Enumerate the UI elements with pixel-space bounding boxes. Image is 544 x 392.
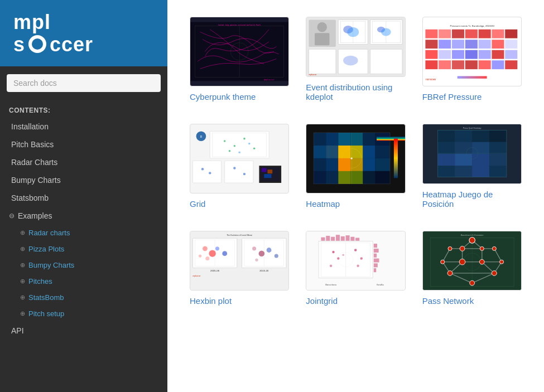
gallery-item-cyberpunk[interactable]: Salah Avg passes around Anfield Park @mp… [190,17,289,101]
sidebar-sub-statsbomb[interactable]: StatsBomb [0,289,167,306]
svg-rect-182 [374,258,379,262]
gallery-item-event-dist[interactable]: mplsoccer Event distribution using kdepl… [306,17,405,101]
svg-point-145 [222,251,227,256]
gallery-label-pass-network[interactable]: Pass Network [422,296,522,306]
svg-rect-48 [425,60,437,69]
svg-point-66 [229,150,231,152]
svg-rect-54 [505,60,517,69]
svg-rect-123 [489,142,507,154]
svg-point-64 [243,138,245,140]
svg-rect-177 [355,238,359,240]
sidebar-sub-radar-charts[interactable]: Radar charts [0,225,167,241]
sidebar-item-statsbomb[interactable]: Statsbomb [0,189,167,207]
svg-point-221 [492,246,496,250]
svg-text:mplsoccer: mplsoccer [192,275,200,277]
gallery-label-event-dist[interactable]: Event distribution using kdeplot [306,83,405,101]
svg-rect-43 [452,50,464,59]
svg-point-217 [499,260,503,264]
gallery-item-pass-network[interactable]: Barcelona 4-3-3 formation [422,231,522,306]
gallery-item-grid[interactable]: B [190,124,289,209]
gallery-label-grid[interactable]: Grid [190,199,289,209]
svg-text:Sevilla: Sevilla [377,283,384,286]
gallery-item-jointgrid[interactable]: Barcelona Sevilla Jointgrid [306,231,405,306]
svg-rect-52 [478,60,490,69]
sidebar-sub-pitches[interactable]: Pitches [0,273,167,289]
svg-rect-105 [363,158,375,171]
grid-img: B [190,129,288,188]
gallery-label-hexbin[interactable]: Hexbin plot [190,296,289,306]
sidebar-sub-pitch-setup[interactable]: Pitch setup [0,306,167,322]
sidebar-item-api[interactable]: API [0,322,167,340]
gallery-item-hexbin[interactable]: The Evolution of Lionel Messi [190,231,289,306]
svg-rect-44 [465,50,477,59]
svg-rect-49 [439,60,451,69]
svg-rect-79 [264,174,271,178]
svg-rect-20 [309,49,336,74]
svg-rect-37 [465,40,477,49]
svg-rect-111 [394,139,398,178]
gallery-thumb-juego: Press Qual Heatmap [422,124,522,184]
gallery-label-heatmap[interactable]: Heatmap [306,199,405,209]
svg-rect-119 [489,130,507,142]
svg-rect-42 [439,50,451,59]
logo-ball-icon [28,35,46,53]
svg-point-68 [238,152,240,154]
svg-point-19 [381,28,391,36]
svg-rect-104 [375,146,390,158]
sidebar-item-radar-charts[interactable]: Radar Charts [0,153,167,171]
svg-text:Barcelona 4-3-3 formation: Barcelona 4-3-3 formation [460,234,483,236]
svg-rect-181 [374,253,377,257]
pass-network-img: Barcelona 4-3-3 formation [423,231,521,291]
svg-rect-30 [465,30,477,38]
gallery-thumb-hexbin: The Evolution of Lionel Messi [190,231,289,291]
svg-point-164 [330,264,332,267]
svg-rect-72 [225,161,253,183]
svg-point-216 [479,259,484,264]
gallery-label-cyberpunk[interactable]: Cyberpunk theme [190,92,289,101]
svg-rect-96 [339,171,351,184]
svg-point-62 [224,141,226,143]
svg-point-149 [252,246,256,250]
gallery-item-fbref[interactable]: Pressure events %, Bundesliga, 2019/20 [422,17,522,101]
sidebar-sub-pizza-plots[interactable]: Pizza Plots [0,241,167,257]
svg-point-14 [348,27,359,37]
svg-point-22 [343,56,358,66]
search-input[interactable] [7,74,161,92]
svg-rect-107 [363,171,375,184]
svg-point-222 [469,237,475,243]
gallery-label-juego[interactable]: Heatmap Juego de Posición [422,190,522,209]
sidebar-item-bumpy-charts[interactable]: Bumpy Charts [0,171,167,189]
svg-rect-88 [314,158,326,171]
svg-rect-179 [374,244,377,248]
joint-img: Barcelona Sevilla [306,231,405,291]
cyberpunk-img: Salah Avg passes around Anfield Park @mp… [190,17,288,86]
svg-rect-36 [452,40,464,49]
svg-rect-126 [472,154,489,166]
examples-section-header[interactable]: Examples [0,207,167,225]
svg-rect-38 [478,40,490,49]
svg-rect-125 [455,154,472,166]
logo-line2: s ccer [13,33,93,56]
gallery-label-jointgrid[interactable]: Jointgrid [306,296,405,306]
fbref-img: Pressure events %, Bundesliga, 2019/20 [423,17,521,86]
svg-rect-118 [472,130,489,142]
svg-rect-94 [339,158,351,171]
gallery-item-juego[interactable]: Press Qual Heatmap [422,124,522,209]
gallery-label-fbref[interactable]: FBRef Pressure [422,92,522,101]
gallery-thumb-joint: Barcelona Sevilla [306,231,405,291]
sidebar-item-pitch-basics[interactable]: Pitch Basics [0,135,167,153]
svg-point-144 [215,246,219,250]
svg-rect-51 [465,60,477,69]
logo-area[interactable]: mpl s ccer [0,0,167,66]
svg-point-143 [199,254,201,257]
svg-point-168 [357,264,359,267]
sidebar-item-installation[interactable]: Installation [0,118,167,135]
gallery-thumb-fbref: Pressure events %, Bundesliga, 2019/20 [422,17,522,86]
svg-rect-124 [437,154,455,166]
sidebar-sub-bumpy-charts[interactable]: Bumpy Charts [0,257,167,273]
svg-rect-176 [351,236,355,240]
svg-rect-103 [363,146,375,158]
gallery-item-heatmap[interactable]: Heatmap [306,124,405,209]
svg-point-213 [492,270,497,275]
juego-img: Press Qual Heatmap [423,124,521,183]
